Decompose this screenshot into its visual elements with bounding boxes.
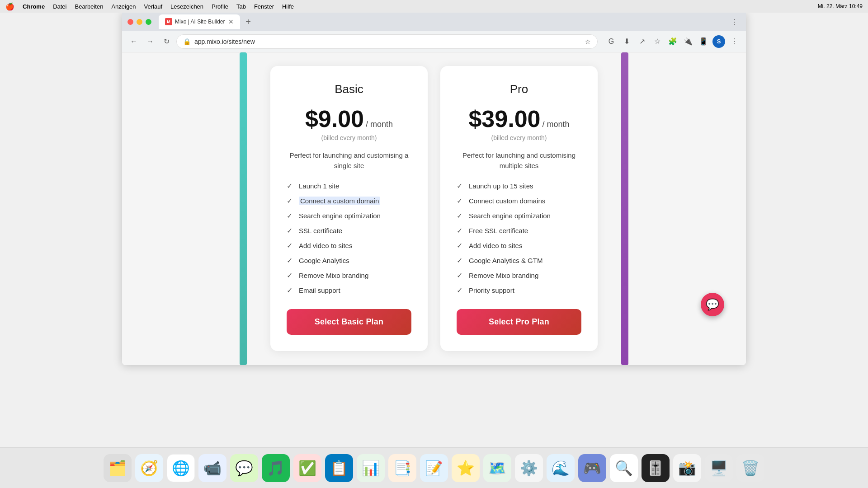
select-basic-plan-button[interactable]: Select Basic Plan	[287, 309, 411, 335]
dock-mission-control[interactable]: 🖥️	[705, 454, 733, 482]
extension2-icon[interactable]: 🔌	[682, 35, 694, 48]
basic-feature-4: ✓ SSL certificate	[287, 226, 411, 235]
basic-feature-7: ✓ Remove Mixo branding	[287, 271, 411, 280]
dock-excel[interactable]: 📊	[357, 454, 385, 482]
menu-profile[interactable]: Profile	[212, 3, 228, 10]
dock-whatsapp[interactable]: 💬	[230, 454, 258, 482]
menu-lesezeichen[interactable]: Lesezeichen	[170, 3, 203, 10]
menu-datei[interactable]: Datei	[53, 3, 66, 10]
pro-plan-card: Pro $39.00 / month (billed every month) …	[440, 66, 598, 351]
refresh-button[interactable]: ↻	[160, 35, 173, 48]
pro-billing-note: (billed every month)	[457, 134, 581, 141]
menu-verlauf[interactable]: Verlauf	[144, 3, 162, 10]
chat-button[interactable]: 💬	[701, 293, 724, 316]
dock-powerpoint[interactable]: 📑	[388, 454, 416, 482]
check-icon: ✓	[287, 271, 292, 280]
dock-trello[interactable]: 📋	[325, 454, 353, 482]
dock-word[interactable]: 📝	[420, 454, 448, 482]
pro-feature-2: ✓ Connect custom domains	[457, 197, 581, 205]
dock-maps[interactable]: 🗺️	[483, 454, 511, 482]
pro-feature-text-6: Google Analytics & GTM	[469, 257, 542, 264]
dock-discord[interactable]: 🎮	[578, 454, 606, 482]
lock-icon: 🔒	[183, 38, 191, 45]
check-icon: ✓	[287, 241, 292, 250]
google-icon[interactable]: G	[605, 35, 618, 48]
tab-favicon: M	[165, 18, 172, 25]
apple-menu[interactable]: 🍎	[5, 2, 14, 11]
check-icon: ✓	[457, 182, 462, 190]
check-icon: ✓	[457, 241, 462, 250]
check-icon: ✓	[287, 286, 292, 295]
dock-reeder[interactable]: ⭐	[452, 454, 480, 482]
menu-hilfe[interactable]: Hilfe	[282, 3, 294, 10]
menu-bearbeiten[interactable]: Bearbeiten	[75, 3, 103, 10]
pro-feature-text-3: Search engine optimization	[469, 212, 551, 220]
active-tab[interactable]: M Mixo | AI Site Builder ✕	[159, 14, 240, 29]
profile-button[interactable]: S	[712, 35, 725, 48]
basic-feature-text-6: Google Analytics	[299, 257, 349, 264]
download-icon[interactable]: ⬇	[620, 35, 633, 48]
star-icon[interactable]: ☆	[585, 38, 591, 45]
macos-dock: 🗂️ 🧭 🌐 📹 💬 🎵 ✅ 📋 📊 📑 📝 ⭐ 🗺️ ⚙️ 🌊 🎮 🔍 🎚️ …	[0, 447, 868, 488]
basic-feature-text-5: Add video to sites	[299, 242, 352, 249]
dock-chrome[interactable]: 🌐	[167, 454, 195, 482]
dock-arc[interactable]: 🌊	[547, 454, 575, 482]
traffic-lights	[127, 19, 151, 25]
basic-feature-8: ✓ Email support	[287, 286, 411, 295]
chrome-menu-button[interactable]: ⋮	[728, 15, 741, 28]
extension1-icon[interactable]: 🧩	[666, 35, 679, 48]
pricing-container: Basic $9.00 / month (billed every month)…	[270, 52, 598, 365]
basic-billing-note: (billed every month)	[287, 134, 411, 141]
pro-price-row: $39.00 / month	[457, 105, 581, 132]
close-window-button[interactable]	[127, 19, 133, 25]
extension3-icon[interactable]: 📱	[697, 35, 710, 48]
more-options-button[interactable]: ⋮	[728, 35, 741, 48]
basic-feature-text-3: Search engine optimization	[299, 212, 381, 220]
check-icon: ✓	[287, 226, 292, 235]
dock-system-preferences[interactable]: ⚙️	[515, 454, 543, 482]
dock-soundboard[interactable]: 🎚️	[642, 454, 670, 482]
pro-feature-text-1: Launch up to 15 sites	[469, 182, 533, 190]
basic-feature-6: ✓ Google Analytics	[287, 256, 411, 265]
address-bar[interactable]: 🔒 app.mixo.io/sites/new ☆	[176, 34, 598, 49]
dock-proxyman[interactable]: 🔍	[610, 454, 638, 482]
check-icon: ✓	[287, 256, 292, 265]
basic-feature-list: ✓ Launch 1 site ✓ Connect a custom domai…	[287, 182, 411, 295]
dock-image-capture[interactable]: 📸	[673, 454, 701, 482]
check-icon: ✓	[287, 197, 292, 205]
basic-plan-name: Basic	[287, 82, 411, 96]
dock-trash[interactable]: 🗑️	[736, 454, 764, 482]
pro-feature-6: ✓ Google Analytics & GTM	[457, 256, 581, 265]
pro-feature-text-2: Connect custom domains	[469, 197, 545, 205]
check-icon: ✓	[457, 226, 462, 235]
basic-feature-2: ✓ Connect a custom domain	[287, 197, 411, 205]
check-icon: ✓	[457, 286, 462, 295]
dock-safari[interactable]: 🧭	[135, 454, 163, 482]
new-tab-button[interactable]: +	[242, 15, 255, 28]
menu-tab[interactable]: Tab	[236, 3, 246, 10]
bookmark-icon[interactable]: ☆	[651, 35, 664, 48]
dock-spotify[interactable]: 🎵	[262, 454, 290, 482]
back-button[interactable]: ←	[127, 35, 140, 48]
forward-button[interactable]: →	[144, 35, 156, 48]
dock-zoom[interactable]: 📹	[198, 454, 226, 482]
maximize-window-button[interactable]	[146, 19, 151, 25]
tab-bar: M Mixo | AI Site Builder ✕ +	[159, 14, 724, 29]
pro-plan-description: Perfect for launching and customising mu…	[457, 150, 581, 171]
share-icon[interactable]: ↗	[636, 35, 648, 48]
menu-anzeigen[interactable]: Anzeigen	[111, 3, 136, 10]
tab-close-button[interactable]: ✕	[228, 18, 234, 25]
basic-feature-5: ✓ Add video to sites	[287, 241, 411, 250]
check-icon: ✓	[457, 211, 462, 220]
dock-finder[interactable]: 🗂️	[104, 454, 132, 482]
menu-chrome[interactable]: Chrome	[23, 3, 45, 10]
chrome-titlebar: M Mixo | AI Site Builder ✕ + ⋮	[122, 13, 746, 31]
menu-fenster[interactable]: Fenster	[254, 3, 274, 10]
check-icon: ✓	[457, 271, 462, 280]
dock-todoist[interactable]: ✅	[293, 454, 321, 482]
macos-menubar: 🍎 Chrome Datei Bearbeiten Anzeigen Verla…	[0, 0, 868, 13]
basic-feature-text-1: Launch 1 site	[299, 182, 339, 190]
select-pro-plan-button[interactable]: Select Pro Plan	[457, 309, 581, 335]
minimize-window-button[interactable]	[137, 19, 142, 25]
browser-window: M Mixo | AI Site Builder ✕ + ⋮ ← → ↻ 🔒 a…	[122, 13, 746, 365]
